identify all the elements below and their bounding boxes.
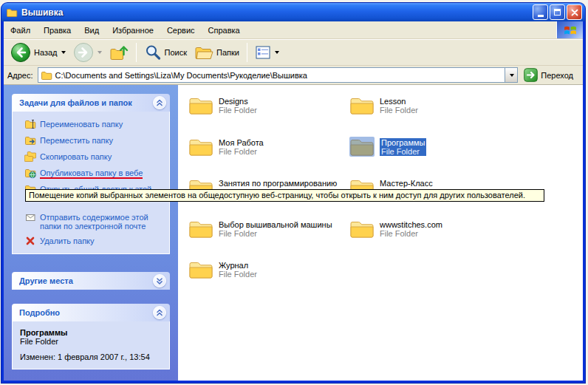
window-folder-icon (6, 7, 18, 18)
folder-icon (349, 137, 375, 157)
folder-icon (188, 137, 213, 157)
minimize-button[interactable] (533, 4, 548, 20)
file-list: DesignsFile Folder Моя РаботаFile Folder… (178, 85, 583, 381)
back-label: Назад (34, 48, 58, 57)
chevron-up-icon (154, 307, 165, 318)
back-icon (10, 42, 31, 63)
search-label: Поиск (165, 48, 187, 57)
details-panel: Подробно Программы File Folder Изменен: … (12, 304, 170, 369)
chevron-up-icon (154, 98, 165, 108)
file-item[interactable]: DesignsFile Folder (188, 95, 257, 115)
file-item[interactable]: Выбор вышивальной машиныFile Folder (188, 219, 332, 239)
toolbar-separator (247, 43, 247, 62)
windows-logo (556, 21, 583, 38)
file-item[interactable]: Моя РаботаFile Folder (188, 137, 264, 157)
task-email-folder[interactable]: Отправить содержимое этой папки по элект… (14, 209, 168, 233)
up-button[interactable] (106, 41, 131, 64)
collapse-details-button[interactable] (153, 306, 166, 319)
close-icon (571, 9, 578, 16)
menu-bar: Файл Правка Вид Избранное Сервис Справка (4, 21, 583, 39)
views-icon (255, 44, 271, 61)
minimize-icon (538, 15, 544, 17)
folder-icon (349, 95, 375, 115)
address-bar: Адрес: C:\Documents and Settings\Liza\My… (4, 66, 583, 85)
folders-label: Папки (216, 48, 239, 57)
address-input[interactable]: C:\Documents and Settings\Liza\My Docume… (38, 67, 519, 83)
address-label: Адрес: (7, 71, 33, 80)
windows-flag-icon (564, 24, 577, 37)
maximize-icon (554, 9, 561, 16)
forward-icon (73, 42, 94, 63)
file-folder-tasks-title: Задачи для файлов и папок (19, 98, 153, 107)
details-body: Программы File Folder Изменен: 1 февраля… (12, 321, 170, 369)
expand-other-places-button[interactable] (153, 274, 166, 287)
file-folder-tasks-panel: Задачи для файлов и папок Переименовать … (12, 94, 170, 254)
task-delete-folder[interactable]: Удалить папку (14, 233, 168, 249)
forward-dropdown-icon (98, 51, 102, 54)
folder-icon (349, 219, 375, 239)
maximize-button[interactable] (550, 4, 565, 20)
task-move-folder[interactable]: Переместить папку (14, 132, 168, 149)
task-publish-folder-web[interactable]: Опубликовать папку в вебе (14, 165, 168, 181)
file-item-selected[interactable]: ПрограммыFile Folder (349, 137, 426, 157)
menu-edit[interactable]: Правка (37, 21, 78, 38)
views-button[interactable] (252, 43, 282, 62)
back-button[interactable]: Назад (7, 41, 69, 64)
menu-file[interactable]: Файл (4, 21, 37, 38)
other-places-title: Другие места (19, 276, 153, 285)
menu-tools[interactable]: Сервис (160, 21, 202, 38)
address-dropdown-button[interactable] (505, 68, 517, 82)
menu-help[interactable]: Справка (202, 21, 247, 38)
folders-button[interactable]: Папки (191, 42, 242, 63)
go-button[interactable]: Переход (522, 68, 579, 82)
title-bar: Вышивка (1, 3, 585, 21)
collapse-tasks-button[interactable] (153, 96, 166, 109)
copy-folder-icon (24, 151, 36, 163)
chevron-down-icon (154, 276, 165, 286)
go-icon (524, 68, 538, 82)
move-folder-icon (24, 134, 36, 146)
toolbar: Назад (4, 39, 583, 66)
email-icon (24, 211, 36, 223)
close-button[interactable] (567, 4, 582, 20)
other-places-header[interactable]: Другие места (12, 272, 170, 290)
task-rename-folder[interactable]: Переименовать папку (14, 116, 168, 132)
folder-up-icon (109, 43, 129, 62)
tooltip: Помещение копий выбранных элементов на о… (25, 189, 544, 202)
window-body: Файл Правка Вид Избранное Сервис Справка (4, 21, 583, 381)
window-title: Вышивка (21, 7, 531, 18)
folders-icon (194, 44, 213, 61)
address-folder-icon (41, 69, 52, 81)
details-title: Подробно (19, 308, 153, 317)
file-item[interactable]: ЖурналFile Folder (188, 259, 257, 279)
folder-icon (188, 259, 213, 279)
folder-icon (188, 95, 213, 115)
menu-view[interactable]: Вид (78, 21, 106, 38)
details-header[interactable]: Подробно (12, 304, 170, 321)
back-dropdown-icon (61, 51, 66, 54)
views-dropdown-icon (275, 51, 279, 54)
folder-icon (188, 219, 213, 239)
delete-icon (24, 235, 36, 247)
file-item[interactable]: wwwstitches.comFile Folder (349, 219, 442, 239)
details-item-name: Программы (20, 328, 162, 337)
forward-button[interactable] (70, 41, 105, 64)
rename-folder-icon (24, 118, 36, 130)
search-button[interactable]: Поиск (141, 42, 190, 63)
menu-favorites[interactable]: Избранное (106, 21, 160, 38)
publish-web-icon (24, 167, 36, 179)
address-dropdown-icon (510, 74, 514, 77)
address-path[interactable]: C:\Documents and Settings\Liza\My Docume… (52, 71, 505, 80)
go-label: Переход (541, 71, 573, 80)
task-pane-sidebar: Задачи для файлов и папок Переименовать … (4, 85, 178, 381)
file-folder-tasks-body: Переименовать папку Переместить папку Ск… (12, 112, 170, 254)
content-area: Задачи для файлов и папок Переименовать … (4, 85, 583, 381)
search-icon (144, 44, 162, 61)
details-item-modified: Изменен: 1 февраля 2007 г., 13:54 (20, 352, 162, 361)
task-copy-folder[interactable]: Скопировать папку (14, 149, 168, 165)
file-item[interactable]: LessonFile Folder (349, 95, 418, 115)
explorer-window: Вышивка Файл Правка Вид Избранное Сервис… (1, 3, 585, 383)
file-folder-tasks-header[interactable]: Задачи для файлов и папок (12, 94, 170, 112)
toolbar-separator (136, 43, 137, 62)
other-places-panel: Другие места (12, 272, 170, 290)
